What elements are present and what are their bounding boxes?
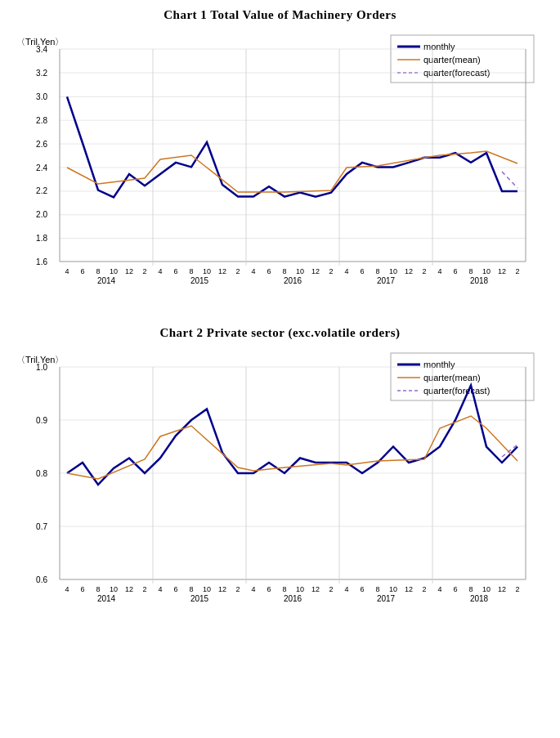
chart1-title: Chart 1 Total Value of Machinery Orders	[15, 8, 546, 22]
svg-text:6: 6	[173, 585, 177, 593]
svg-text:0.8: 0.8	[36, 469, 47, 478]
svg-text:4: 4	[158, 585, 162, 593]
svg-text:2017: 2017	[376, 594, 395, 603]
chart2-area: 〈Tril.Yen〉 monthly quarter(mean) quarter…	[15, 347, 546, 628]
svg-text:2015: 2015	[190, 594, 208, 603]
svg-text:2: 2	[422, 585, 426, 593]
svg-text:0.9: 0.9	[36, 416, 47, 425]
svg-text:quarter(mean): quarter(mean)	[423, 373, 481, 382]
page: Chart 1 Total Value of Machinery Orders …	[0, 0, 560, 652]
svg-text:4: 4	[158, 267, 162, 275]
svg-text:12: 12	[497, 267, 505, 275]
chart2-svg: 〈Tril.Yen〉 monthly quarter(mean) quarter…	[15, 347, 546, 624]
svg-text:4: 4	[437, 585, 441, 593]
svg-text:8: 8	[96, 585, 100, 593]
svg-text:2: 2	[515, 585, 519, 593]
svg-text:8: 8	[468, 267, 473, 275]
svg-text:2: 2	[329, 585, 333, 593]
svg-text:2: 2	[515, 267, 519, 275]
svg-text:4: 4	[344, 267, 348, 275]
svg-text:12: 12	[404, 585, 412, 593]
svg-text:8: 8	[468, 585, 473, 593]
svg-text:6: 6	[267, 267, 271, 275]
svg-text:10: 10	[109, 585, 117, 593]
svg-text:12: 12	[217, 267, 226, 275]
svg-text:6: 6	[360, 585, 364, 593]
svg-text:2: 2	[422, 267, 426, 275]
svg-text:6: 6	[360, 267, 364, 275]
svg-text:12: 12	[311, 585, 319, 593]
svg-text:12: 12	[124, 267, 132, 275]
chart1-container: Chart 1 Total Value of Machinery Orders …	[15, 8, 546, 310]
svg-text:12: 12	[311, 267, 319, 275]
chart2-container: Chart 2 Private sector (exc.volatile ord…	[15, 326, 546, 628]
svg-text:2017: 2017	[376, 276, 395, 285]
svg-text:1.0: 1.0	[36, 363, 47, 372]
svg-text:2014: 2014	[96, 276, 115, 285]
svg-text:0.6: 0.6	[36, 575, 47, 584]
chart1-quarter-forecast-line	[502, 172, 517, 188]
chart1-quarter-mean-line	[67, 151, 517, 192]
svg-text:3.4: 3.4	[36, 45, 47, 54]
svg-text:6: 6	[80, 585, 84, 593]
svg-text:2: 2	[235, 267, 240, 275]
svg-text:8: 8	[189, 585, 193, 593]
svg-text:2.8: 2.8	[36, 116, 47, 125]
svg-text:quarter(mean): quarter(mean)	[423, 55, 481, 65]
svg-text:4: 4	[251, 585, 255, 593]
svg-text:10: 10	[202, 267, 210, 275]
chart1-area: 〈Tril.Yen〉 monthly quarter(mean) quarter…	[15, 29, 546, 310]
svg-text:4: 4	[65, 267, 69, 275]
svg-text:6: 6	[173, 267, 177, 275]
svg-text:6: 6	[453, 267, 457, 275]
svg-text:4: 4	[437, 267, 441, 275]
svg-text:1.8: 1.8	[36, 234, 47, 243]
chart1-monthly-line	[67, 96, 517, 197]
chart2-title: Chart 2 Private sector (exc.volatile ord…	[15, 326, 546, 340]
svg-text:10: 10	[109, 267, 117, 275]
chart1-svg: 〈Tril.Yen〉 monthly quarter(mean) quarter…	[15, 29, 546, 306]
svg-text:12: 12	[217, 585, 226, 593]
svg-text:1.6: 1.6	[36, 257, 47, 266]
svg-text:2.4: 2.4	[36, 163, 47, 172]
svg-text:12: 12	[404, 267, 412, 275]
svg-text:3.0: 3.0	[36, 92, 47, 101]
svg-text:monthly: monthly	[423, 360, 455, 369]
svg-text:2014: 2014	[96, 594, 115, 603]
svg-text:12: 12	[497, 585, 505, 593]
svg-text:2015: 2015	[190, 276, 208, 285]
svg-text:4: 4	[344, 585, 348, 593]
svg-text:2016: 2016	[283, 276, 302, 285]
svg-text:2: 2	[142, 585, 146, 593]
svg-text:monthly: monthly	[423, 42, 455, 51]
svg-text:2: 2	[235, 585, 240, 593]
svg-text:10: 10	[388, 267, 396, 275]
svg-text:10: 10	[482, 267, 490, 275]
svg-text:0.7: 0.7	[36, 522, 47, 531]
svg-text:8: 8	[375, 267, 379, 275]
svg-text:2016: 2016	[283, 594, 302, 603]
svg-text:2: 2	[142, 267, 146, 275]
svg-text:10: 10	[295, 267, 303, 275]
svg-text:2.2: 2.2	[36, 186, 47, 195]
svg-text:4: 4	[251, 267, 255, 275]
svg-text:3.2: 3.2	[36, 69, 47, 78]
svg-text:4: 4	[65, 585, 69, 593]
svg-text:10: 10	[202, 585, 210, 593]
svg-text:8: 8	[96, 267, 100, 275]
svg-text:6: 6	[453, 585, 457, 593]
svg-text:8: 8	[375, 585, 379, 593]
svg-text:2.0: 2.0	[36, 210, 47, 219]
svg-text:2018: 2018	[469, 276, 488, 285]
svg-text:2: 2	[329, 267, 333, 275]
svg-text:10: 10	[388, 585, 396, 593]
svg-text:8: 8	[282, 267, 286, 275]
svg-text:2018: 2018	[469, 594, 488, 603]
chart2-quarter-mean-line	[67, 416, 517, 479]
svg-text:12: 12	[124, 585, 132, 593]
svg-text:8: 8	[282, 585, 286, 593]
svg-text:10: 10	[482, 585, 490, 593]
svg-text:quarter(forecast): quarter(forecast)	[423, 386, 490, 396]
svg-text:6: 6	[267, 585, 271, 593]
svg-text:10: 10	[295, 585, 303, 593]
